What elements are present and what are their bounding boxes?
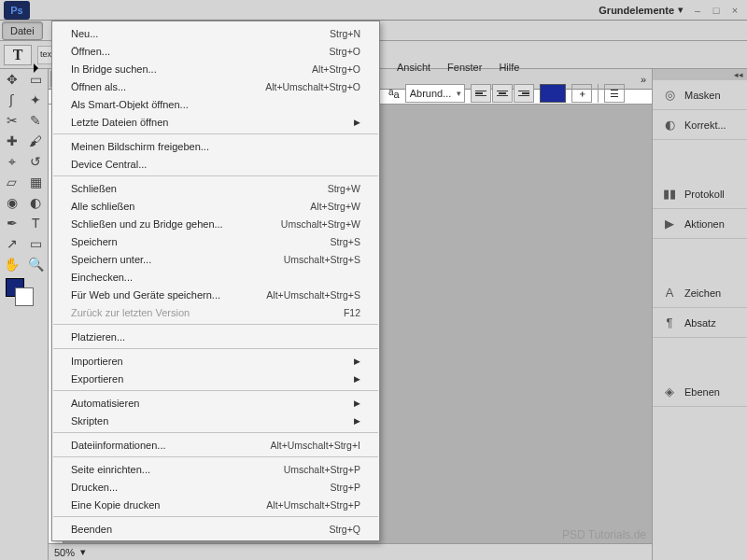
panel-icon: ◐	[662, 118, 677, 133]
menu-item[interactable]: Automatisieren▶	[52, 394, 379, 412]
chevron-down-icon: ▾	[678, 4, 684, 16]
zoom-tool-icon[interactable]: 🔍	[25, 255, 48, 273]
align-left-button[interactable]	[471, 84, 491, 103]
warp-text-icon[interactable]: ᚐ	[571, 84, 592, 103]
stamp-tool-icon[interactable]: ⌖	[1, 152, 23, 171]
menu-item[interactable]: SpeichernStrg+S	[52, 232, 379, 250]
panel-item[interactable]: ¶Absatz	[653, 308, 747, 338]
menu-item[interactable]: Meinen Bildschirm freigeben...	[52, 137, 379, 155]
heal-tool-icon[interactable]: ✚	[1, 132, 23, 150]
type-tool-icon[interactable]: T	[25, 214, 48, 232]
align-center-button[interactable]	[492, 84, 513, 103]
chevron-down-icon[interactable]: ▾	[80, 546, 86, 558]
panel-icon: ▮▮	[662, 187, 677, 202]
panel-item[interactable]: ▶Aktionen	[653, 209, 747, 239]
menu-shortcut: Strg+N	[330, 28, 360, 39]
text-color-swatch[interactable]	[540, 84, 566, 103]
menu-item[interactable]: Schließen und zu Bridge gehen...Umschalt…	[52, 215, 379, 232]
menu-shortcut: Strg+P	[331, 482, 360, 493]
menu-item[interactable]: SchließenStrg+W	[52, 179, 379, 197]
panel-collapse[interactable]: ◂◂	[653, 69, 747, 80]
path-tool-icon[interactable]: ↗	[1, 234, 23, 253]
menu-item-label: Alle schließen	[71, 201, 310, 212]
menu-view[interactable]: Ansicht	[388, 58, 439, 77]
workspace-label: Grundelemente	[599, 5, 674, 16]
maximize-button[interactable]: □	[710, 4, 723, 17]
menu-item-label: Letzte Dateien öffnen	[71, 117, 348, 128]
menu-shortcut: Alt+Strg+W	[310, 201, 360, 212]
menu-item[interactable]: Device Central...	[52, 155, 379, 173]
lasso-tool-icon[interactable]: ʃ	[1, 91, 23, 109]
menu-help[interactable]: Hilfe	[490, 58, 528, 77]
menu-shortcut: Strg+W	[328, 183, 360, 194]
panel-item[interactable]: ▮▮Protokoll	[653, 179, 747, 209]
menu-item[interactable]: Dateiinformationen...Alt+Umschalt+Strg+I	[52, 436, 379, 454]
hand-tool-icon[interactable]: ✋	[1, 255, 23, 273]
menu-item-label: Seite einrichten...	[71, 464, 284, 475]
menu-item-label: Öffnen...	[71, 46, 329, 57]
menu-item-label: Für Web und Geräte speichern...	[71, 289, 266, 301]
blur-tool-icon[interactable]: ◉	[1, 193, 23, 212]
menu-item[interactable]: Exportieren▶	[52, 370, 379, 387]
menu-item[interactable]: Einchecken...	[52, 268, 379, 286]
menu-item[interactable]: Letzte Dateien öffnen▶	[52, 113, 379, 131]
panel-item[interactable]: AZeichen	[653, 278, 747, 308]
history-brush-icon[interactable]: ↺	[25, 152, 48, 171]
menu-item[interactable]: Seite einrichten...Umschalt+Strg+P	[52, 460, 379, 478]
tab-overflow-icon[interactable]: »	[635, 72, 652, 87]
menu-item-label: Beenden	[71, 524, 329, 535]
submenu-arrow-icon: ▶	[354, 399, 360, 408]
zoom-level[interactable]: 50%	[54, 547, 75, 558]
panel-icon: A	[662, 286, 677, 301]
aa-label: aa	[388, 87, 400, 100]
menu-file[interactable]: Datei	[2, 21, 43, 40]
wand-tool-icon[interactable]: ✦	[25, 91, 48, 109]
menu-window[interactable]: Fenster	[439, 58, 490, 77]
menu-item[interactable]: Platzieren...	[52, 328, 379, 345]
menu-item[interactable]: Importieren▶	[52, 352, 379, 370]
antialias-select[interactable]: Abrund...	[405, 84, 466, 103]
menu-item[interactable]: Neu...Strg+N	[52, 24, 379, 42]
menu-item[interactable]: Skripten▶	[52, 412, 379, 429]
panel-icon: ◎	[662, 88, 677, 103]
menu-item[interactable]: Alle schließenAlt+Strg+W	[52, 197, 379, 215]
panel-icon: ▶	[662, 217, 677, 231]
menu-item[interactable]: In Bridge suchen...Alt+Strg+O	[52, 60, 379, 77]
menu-shortcut: Alt+Umschalt+Strg+O	[265, 81, 360, 92]
tool-preset[interactable]: T	[4, 45, 32, 65]
align-right-button[interactable]	[514, 84, 534, 103]
cursor-icon	[34, 63, 38, 73]
menu-item[interactable]: Drucken...Strg+P	[52, 478, 379, 496]
file-menu: Neu...Strg+NÖffnen...Strg+OIn Bridge suc…	[51, 21, 380, 541]
eyedropper-tool-icon[interactable]: ✎	[25, 111, 48, 130]
menu-item-label: Speichern unter...	[71, 254, 284, 265]
eraser-tool-icon[interactable]: ▱	[1, 173, 23, 191]
menu-item[interactable]: Öffnen...Strg+O	[52, 42, 379, 60]
dodge-tool-icon[interactable]: ◐	[25, 193, 48, 212]
shape-tool-icon[interactable]: ▭	[25, 234, 48, 253]
close-button[interactable]: ×	[728, 4, 741, 17]
panel-item[interactable]: ◈Ebenen	[653, 377, 747, 407]
menu-item[interactable]: BeendenStrg+Q	[52, 520, 379, 538]
panel-item[interactable]: ◐Korrekt...	[653, 110, 747, 140]
toggle-panels-icon[interactable]: ☰	[604, 84, 625, 103]
menu-item-label: Skripten	[71, 415, 348, 427]
menu-item[interactable]: Eine Kopie druckenAlt+Umschalt+Strg+P	[52, 496, 379, 513]
marquee-tool-icon[interactable]: ▭	[25, 70, 48, 89]
panel-item[interactable]: ◎Masken	[653, 80, 747, 110]
panel-label: Aktionen	[684, 218, 725, 230]
workspace-switcher[interactable]: Grundelemente ▾	[599, 4, 684, 16]
menu-item[interactable]: Als Smart-Objekt öffnen...	[52, 95, 379, 113]
menu-item[interactable]: Öffnen als...Alt+Umschalt+Strg+O	[52, 77, 379, 95]
minimize-button[interactable]: –	[691, 4, 704, 17]
pen-tool-icon[interactable]: ✒	[1, 214, 23, 232]
brush-tool-icon[interactable]: 🖌	[25, 132, 48, 150]
menu-item[interactable]: Für Web und Geräte speichern...Alt+Umsch…	[52, 286, 379, 303]
background-color[interactable]	[15, 287, 34, 306]
gradient-tool-icon[interactable]: ▦	[25, 173, 48, 191]
crop-tool-icon[interactable]: ✂	[1, 111, 23, 130]
menu-shortcut: Strg+O	[329, 46, 360, 57]
menu-item[interactable]: Speichern unter...Umschalt+Strg+S	[52, 250, 379, 268]
move-tool-icon[interactable]: ✥	[1, 70, 23, 89]
submenu-arrow-icon: ▶	[354, 374, 360, 384]
